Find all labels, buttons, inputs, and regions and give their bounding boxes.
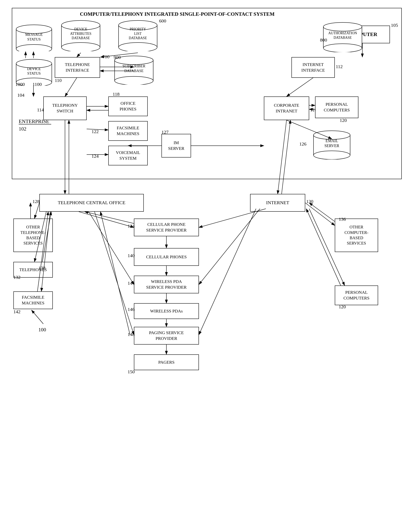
number-112: 112 (336, 64, 343, 69)
device-status-cylinder: DEVICESTATUS (16, 58, 52, 86)
svg-line-62 (199, 209, 256, 335)
number-120-enterprise: 120 (340, 118, 347, 123)
svg-line-46 (79, 212, 134, 228)
number-110: 110 (55, 78, 62, 83)
svg-line-48 (89, 212, 134, 285)
number-128: 128 (32, 199, 39, 204)
device-attributes-cylinder: DEVICEATTRIBUTESDATABASE (61, 20, 100, 51)
priority-list-cylinder: PRIORITYLISTDATABASE (118, 20, 158, 51)
system-title: COMPUTER/TELEPHONY INTEGRATED SINGLE-POI… (59, 11, 296, 18)
svg-point-17 (114, 76, 153, 85)
number-130: 130 (306, 199, 313, 204)
number-146: 146 (128, 307, 135, 312)
im-server-box: IM SERVER (162, 134, 191, 158)
number-600: 600 (159, 18, 166, 24)
wireless-pdas-box: WIRELESS PDAs (134, 303, 199, 319)
telephone-interface-box: TELEPHONE INTERFACE (55, 57, 100, 78)
internet-interface-box: INTERNET INTERFACE (291, 57, 335, 78)
number-122: 122 (92, 129, 99, 134)
message-status-cylinder: MESSAGESTATUS (16, 24, 52, 51)
number-136: 136 (339, 217, 346, 222)
svg-point-11 (323, 44, 362, 52)
paging-service-provider-box: PAGING SERVICE PROVIDER (134, 327, 199, 345)
enterprise-label: ENTERPRISE (19, 118, 49, 125)
number-126: 126 (299, 141, 306, 147)
personal-computers-external-box: PERSONAL COMPUTERS (335, 285, 378, 305)
number-138: 138 (38, 266, 46, 271)
number-105: 105 (391, 23, 398, 28)
svg-line-40 (34, 203, 39, 218)
number-102: 102 (19, 126, 26, 132)
other-computer-services-box: OTHER COMPUTER- BASED SERVICES (335, 218, 378, 252)
number-124: 124 (92, 153, 99, 159)
svg-line-70 (31, 310, 43, 324)
svg-point-7 (119, 20, 157, 30)
telephony-switch-box: TELEPHONY SWITCH (43, 96, 87, 120)
personal-computers-enterprise-box: PERSONAL COMPUTERS (315, 96, 358, 118)
svg-point-5 (61, 43, 100, 51)
pagers-box: PAGERS (134, 354, 199, 370)
cellular-phone-provider-box: CELLULAR PHONE SERVICE PROVIDER (134, 218, 199, 236)
number-1000: 1000 (15, 82, 25, 87)
svg-point-8 (119, 43, 157, 51)
svg-line-47 (85, 212, 134, 223)
number-114: 114 (37, 107, 44, 113)
svg-point-20 (314, 151, 350, 160)
svg-line-61 (199, 209, 260, 285)
svg-point-10 (323, 22, 362, 31)
number-150: 150 (128, 369, 135, 374)
cellular-phones-box: CELLULAR PHONES (134, 248, 199, 266)
diagram-container: COMPUTER/TELEPHONY INTEGRATED SINGLE-POI… (0, 0, 410, 532)
number-127: 127 (162, 130, 169, 135)
svg-line-49 (95, 212, 134, 335)
authorization-db-cylinder: AUTHORIZATIONDATABASE (323, 22, 362, 52)
svg-point-4 (61, 20, 100, 30)
svg-line-50 (100, 212, 130, 335)
number-800: 800 (320, 38, 327, 43)
svg-point-1 (16, 25, 52, 33)
other-telephone-services-box: OTHER TELEPHONE- BASED SERVICES (13, 218, 53, 252)
number-118: 118 (113, 92, 120, 97)
number-142: 142 (13, 309, 20, 314)
number-132: 132 (13, 275, 20, 280)
number-148: 148 (128, 332, 135, 337)
office-phones-box: OFFICE PHONES (108, 96, 148, 116)
number-700: 700 (102, 54, 109, 59)
facsimile-machines-external-box: FACSIMILE MACHINES (13, 291, 53, 309)
wireless-pda-provider-box: WIRELESS PDA SERVICE PROVIDER (134, 276, 199, 293)
voicemail-system-box: VOICEMAIL SYSTEM (108, 146, 148, 165)
email-server-cylinder: EMAILSERVER (313, 130, 351, 160)
number-120-external: 120 (339, 304, 346, 310)
internet-box: INTERNET (250, 194, 305, 212)
number-900: 900 (114, 55, 121, 60)
number-104: 104 (17, 93, 24, 98)
number-100: 100 (38, 327, 46, 333)
svg-line-57 (309, 203, 335, 221)
svg-point-13 (16, 59, 52, 68)
number-140: 140 (128, 253, 135, 258)
corporate-intranet-box: CORPORATE INTRANET (264, 96, 309, 120)
number-144: 144 (128, 281, 135, 286)
telephone-central-office-box: TELEPHONE CENTRAL OFFICE (39, 194, 144, 212)
svg-line-56 (305, 203, 335, 225)
svg-point-19 (314, 131, 350, 139)
facsimile-machines-enterprise-box: FACSIMILE MACHINES (108, 121, 148, 141)
number-134: 134 (128, 223, 135, 229)
number-1100: 1100 (32, 82, 42, 87)
